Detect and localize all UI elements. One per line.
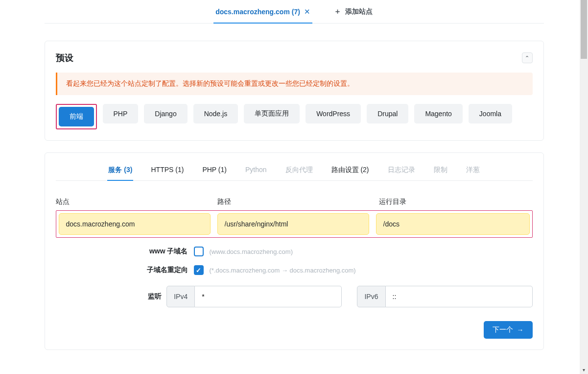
tab-limit[interactable]: 限制: [433, 163, 448, 180]
redirect-checkbox[interactable]: [194, 265, 204, 275]
tab-onion[interactable]: 洋葱: [465, 163, 481, 180]
listen-row: 监听 IPv4 IPv6: [56, 286, 533, 307]
next-button[interactable]: 下一个 →: [484, 321, 533, 339]
scroll-down-arrow[interactable]: ▾: [580, 366, 588, 374]
www-subdomain-label: www 子域名: [56, 247, 188, 256]
www-subdomain-checkbox[interactable]: [194, 247, 204, 256]
tab-add-site[interactable]: ＋ 添加站点: [332, 1, 375, 23]
ipv4-addon: IPv4: [166, 286, 195, 307]
preset-highlight-box: 前端: [56, 104, 97, 129]
preset-joomla[interactable]: Joomla: [469, 104, 512, 124]
tab-python[interactable]: Python: [244, 163, 268, 180]
preset-drupal[interactable]: Drupal: [367, 104, 408, 124]
inputs-highlight-box: [56, 210, 533, 238]
redirect-row: 子域名重定向 (*.docs.macrozheng.com → docs.mac…: [56, 265, 533, 275]
tab-add-site-label: 添加站点: [345, 7, 373, 16]
tab-service[interactable]: 服务 (3): [107, 163, 133, 180]
preset-frontend[interactable]: 前端: [59, 107, 94, 126]
preset-magento[interactable]: Magento: [414, 104, 462, 124]
tab-logging[interactable]: 日志记录: [387, 163, 416, 180]
listen-label: 监听: [56, 292, 162, 301]
path-input[interactable]: [217, 213, 369, 235]
config-card: 服务 (3) HTTPS (1) PHP (1) Python 反向代理 路由设…: [45, 152, 544, 350]
preset-buttons: 前端 PHP Django Node.js 单页面应用 WordPress Dr…: [56, 104, 533, 129]
arrow-right-icon: →: [517, 326, 524, 334]
ipv4-input[interactable]: [195, 286, 342, 307]
ipv6-input[interactable]: [386, 286, 533, 307]
chevron-up-icon: ⌃: [525, 55, 529, 61]
tab-active-site[interactable]: docs.macrozheng.com (7) ✕: [213, 1, 312, 23]
ipv6-addon: IPv6: [357, 286, 385, 307]
presets-title: 预设: [56, 52, 73, 64]
preset-php[interactable]: PHP: [103, 104, 139, 124]
vertical-scrollbar[interactable]: ▾: [580, 0, 588, 374]
presets-card: 预设 ⌃ 看起来您已经为这个站点定制了配置。选择新的预设可能会重置或更改一些您已…: [45, 41, 544, 141]
site-label: 站点: [56, 198, 211, 206]
warning-alert: 看起来您已经为这个站点定制了配置。选择新的预设可能会重置或更改一些您已经定制的设…: [56, 73, 533, 95]
config-sub-tabs: 服务 (3) HTTPS (1) PHP (1) Python 反向代理 路由设…: [56, 163, 533, 181]
next-button-label: 下一个: [493, 325, 513, 334]
preset-django[interactable]: Django: [144, 104, 187, 124]
path-label: 路径: [217, 198, 372, 206]
preset-nodejs[interactable]: Node.js: [193, 104, 238, 124]
collapse-button[interactable]: ⌃: [522, 52, 533, 63]
ipv4-group: IPv4: [166, 286, 342, 307]
runtime-label: 运行目录: [379, 198, 533, 206]
tab-https[interactable]: HTTPS (1): [150, 163, 185, 180]
redirect-hint: (*.docs.macrozheng.com → docs.macrozheng…: [210, 267, 356, 274]
site-tabs: docs.macrozheng.com (7) ✕ ＋ 添加站点: [45, 0, 544, 24]
tab-active-site-label: docs.macrozheng.com (7): [215, 8, 300, 16]
site-input[interactable]: [59, 213, 211, 235]
www-subdomain-hint: (www.docs.macrozheng.com): [210, 248, 293, 255]
tab-proxy[interactable]: 反向代理: [284, 163, 314, 180]
scrollbar-thumb[interactable]: [581, 0, 587, 59]
redirect-label: 子域名重定向: [56, 266, 188, 274]
www-subdomain-row: www 子域名 (www.docs.macrozheng.com): [56, 247, 533, 256]
preset-spa[interactable]: 单页面应用: [244, 104, 300, 124]
ipv6-group: IPv6: [357, 286, 532, 307]
tab-php[interactable]: PHP (1): [201, 163, 228, 180]
input-labels-row: 站点 路径 运行目录: [56, 198, 533, 206]
plus-icon: ＋: [334, 7, 341, 16]
close-icon[interactable]: ✕: [304, 7, 310, 16]
footer-actions: 下一个 →: [56, 321, 533, 339]
preset-wordpress[interactable]: WordPress: [306, 104, 361, 124]
tab-routing[interactable]: 路由设置 (2): [330, 163, 370, 180]
runtime-input[interactable]: [376, 213, 530, 235]
